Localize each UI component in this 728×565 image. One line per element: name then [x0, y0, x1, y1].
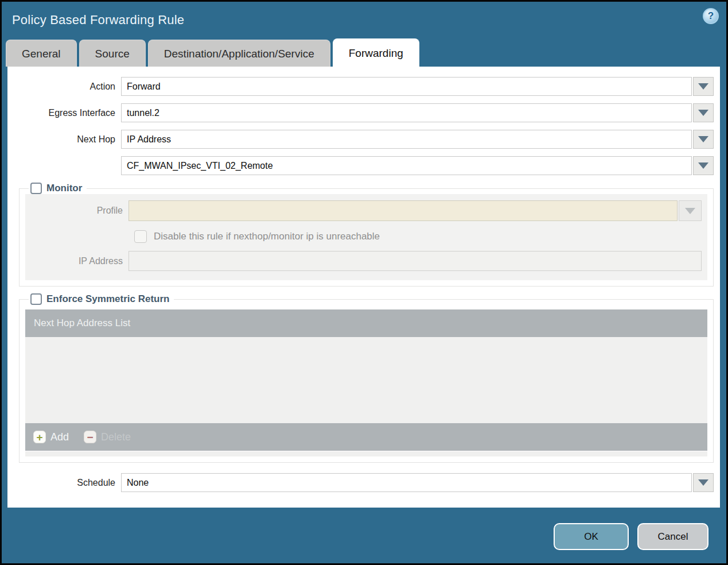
monitor-legend: Monitor [29, 183, 87, 194]
monitor-ip-address-row: IP Address [25, 251, 707, 271]
delete-button-disabled: − Delete [84, 431, 131, 443]
tab-source[interactable]: Source [79, 40, 146, 67]
dropdown-arrow-icon [685, 208, 695, 214]
disable-rule-label: Disable this rule if nexthop/monitor ip … [154, 231, 380, 242]
profile-input-disabled [129, 200, 678, 221]
action-combobox [121, 77, 720, 96]
table-bottom-strip [25, 451, 707, 456]
symmetric-return-checkbox[interactable] [30, 293, 42, 305]
next-hop-label: Next Hop [7, 134, 121, 145]
action-input[interactable] [121, 77, 692, 96]
next-hop-address-list-toolbar: + Add − Delete [25, 423, 707, 451]
next-hop-address-combobox [121, 156, 720, 175]
next-hop-address-list-header: Next Hop Address List [25, 309, 707, 337]
tab-general-label: General [22, 48, 61, 60]
monitor-section: Monitor Profile Disable this rule if nex… [19, 183, 714, 287]
symmetric-return-legend: Enforce Symmetric Return [29, 293, 174, 305]
next-hop-type-dropdown-button[interactable] [693, 130, 714, 149]
egress-interface-label: Egress Interface [7, 108, 121, 118]
cancel-button[interactable]: Cancel [637, 523, 708, 550]
schedule-input[interactable] [121, 473, 692, 492]
next-hop-type-input[interactable] [121, 130, 692, 149]
minus-icon: − [84, 431, 96, 443]
monitor-ip-address-label: IP Address [25, 256, 129, 266]
next-hop-address-list-table: Next Hop Address List + Add − Delete [25, 309, 707, 456]
policy-based-forwarding-dialog: Policy Based Forwarding Rule ? General S… [0, 0, 728, 565]
plus-icon: + [33, 431, 46, 443]
schedule-combobox [121, 473, 720, 492]
tab-destination-application-service[interactable]: Destination/Application/Service [148, 40, 330, 67]
egress-interface-combobox [121, 103, 720, 122]
symmetric-return-legend-label: Enforce Symmetric Return [46, 293, 169, 305]
dropdown-arrow-icon [698, 479, 708, 486]
tab-source-label: Source [95, 48, 130, 60]
tab-forwarding-label: Forwarding [349, 47, 403, 59]
monitor-ip-address-input-disabled [129, 251, 702, 271]
egress-interface-dropdown-button[interactable] [693, 103, 714, 122]
dialog-title: Policy Based Forwarding Rule [12, 13, 184, 28]
action-row: Action [7, 77, 720, 96]
help-icon[interactable]: ? [703, 8, 719, 24]
egress-interface-input[interactable] [121, 103, 692, 122]
profile-dropdown-button-disabled [679, 200, 702, 221]
next-hop-address-list-header-label: Next Hop Address List [34, 318, 130, 329]
schedule-dropdown-button[interactable] [693, 473, 714, 492]
dialog-button-bar: OK Cancel [2, 508, 726, 550]
profile-row: Profile [25, 200, 707, 221]
profile-label: Profile [25, 206, 129, 216]
next-hop-address-row [7, 156, 720, 175]
add-button-label: Add [50, 431, 69, 443]
delete-button-label: Delete [101, 431, 131, 443]
disable-rule-row: Disable this rule if nexthop/monitor ip … [134, 230, 707, 243]
tab-content-forwarding: Action Egress Interface Next Hop [7, 67, 720, 508]
monitor-checkbox[interactable] [30, 183, 42, 194]
next-hop-address-input[interactable] [121, 156, 692, 175]
tab-bar: General Source Destination/Application/S… [6, 38, 726, 67]
dropdown-arrow-icon [698, 162, 708, 169]
next-hop-type-combobox [121, 130, 720, 149]
dropdown-arrow-icon [698, 83, 708, 90]
ok-button[interactable]: OK [554, 523, 629, 550]
dropdown-arrow-icon [698, 136, 708, 142]
tab-forwarding[interactable]: Forwarding [333, 38, 419, 67]
action-label: Action [7, 82, 121, 92]
schedule-row: Schedule [7, 473, 720, 492]
schedule-label: Schedule [7, 478, 121, 488]
next-hop-address-list-body [25, 337, 707, 423]
egress-interface-row: Egress Interface [7, 103, 720, 122]
tab-destination-label: Destination/Application/Service [164, 48, 314, 60]
action-dropdown-button[interactable] [693, 77, 714, 96]
add-button[interactable]: + Add [33, 431, 69, 443]
tab-general[interactable]: General [6, 40, 77, 67]
symmetric-return-section: Enforce Symmetric Return Next Hop Addres… [19, 293, 714, 463]
next-hop-row: Next Hop [7, 130, 720, 149]
help-glyph: ? [708, 10, 714, 22]
monitor-legend-label: Monitor [46, 183, 82, 194]
dropdown-arrow-icon [698, 110, 708, 116]
dialog-titlebar: Policy Based Forwarding Rule [2, 2, 726, 38]
monitor-panel: Profile Disable this rule if nexthop/mon… [25, 194, 707, 280]
disable-rule-checkbox-disabled [134, 230, 147, 243]
next-hop-address-dropdown-button[interactable] [693, 156, 714, 175]
